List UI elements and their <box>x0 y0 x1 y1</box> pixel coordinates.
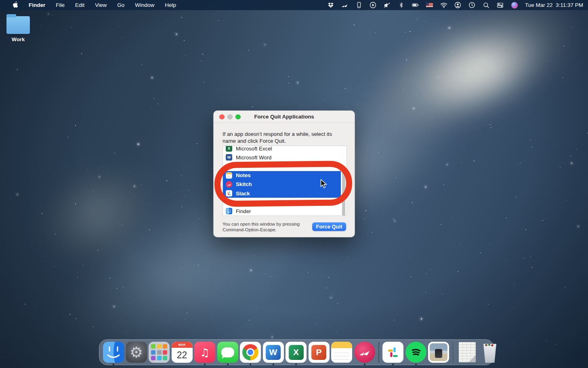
dock-item-calendar[interactable]: MAR 22 <box>172 342 193 363</box>
bluetooth-icon[interactable] <box>398 2 405 9</box>
galaxy-band-glow <box>336 0 588 168</box>
wifi-icon[interactable] <box>440 2 447 9</box>
spotify-logo-icon <box>409 345 423 359</box>
battery-icon[interactable] <box>412 2 419 9</box>
menu-window[interactable]: Window <box>130 2 160 8</box>
app-row-notes[interactable]: Notes <box>223 171 341 180</box>
desktop-folder-work[interactable]: Work <box>5 14 31 42</box>
dock-separator <box>378 342 379 363</box>
menu-file[interactable]: File <box>50 2 70 8</box>
calendar-day: 22 <box>172 348 193 363</box>
dropbox-icon[interactable] <box>327 2 334 9</box>
dock-item-music[interactable]: ♫ <box>194 342 215 363</box>
notes-lines <box>334 350 349 363</box>
dock-item-excel[interactable]: X <box>286 342 307 363</box>
obscured-app-icon <box>226 163 232 169</box>
mobile-device-icon[interactable] <box>355 2 363 9</box>
close-button[interactable] <box>219 114 225 120</box>
skitch-icon[interactable] <box>341 2 349 9</box>
chrome-logo-icon <box>242 344 258 360</box>
dock-item-document-file[interactable] <box>457 342 478 363</box>
excel-app-icon <box>226 146 232 152</box>
notes-app-icon <box>226 172 232 179</box>
menu-view[interactable]: View <box>90 2 112 8</box>
app-menu-finder[interactable]: Finder <box>23 2 50 8</box>
gear-icon: ⚙ <box>130 345 143 360</box>
menu-help[interactable]: Help <box>160 2 181 8</box>
dock-item-slack[interactable] <box>382 342 403 363</box>
force-quit-button[interactable]: Force Quit <box>312 222 346 231</box>
folder-icon <box>6 16 30 34</box>
slack-logo-icon <box>386 346 399 359</box>
dock-item-trash[interactable] <box>479 342 500 363</box>
speech-bubble-icon <box>221 347 234 357</box>
dock-item-finder[interactable] <box>103 342 124 363</box>
app-list: Microsoft Excel Microsoft Word Notes <box>223 146 347 216</box>
dock-item-notes[interactable] <box>331 342 352 363</box>
music-note-icon: ♫ <box>200 346 210 359</box>
notes-header <box>331 342 352 348</box>
play-status-icon[interactable] <box>370 2 377 9</box>
dock: ⚙ MAR 22 ♫ W X P <box>99 339 494 365</box>
dock-item-launchpad[interactable] <box>149 342 170 363</box>
scrollbar-track[interactable] <box>341 146 346 215</box>
dialog-title: Force Quit Applications <box>254 114 314 120</box>
dock-item-spotify[interactable] <box>405 342 426 363</box>
slack-app-icon <box>226 190 232 197</box>
dialog-instruction: If an app doesn’t respond for a while, s… <box>223 131 344 144</box>
dock-item-skitch[interactable] <box>354 342 375 363</box>
apple-menu-icon[interactable] <box>7 1 23 9</box>
word-logo-icon: W <box>266 345 281 360</box>
app-row-slack[interactable]: Slack <box>223 189 341 198</box>
dock-item-powerpoint[interactable]: P <box>309 342 330 363</box>
menu-bar: Finder File Edit View Go Window Help <box>0 0 588 10</box>
dialog-title-bar[interactable]: Force Quit Applications <box>214 111 355 123</box>
dock-item-messages[interactable] <box>217 342 238 363</box>
menu-bar-clock[interactable]: Tue Mar 22 3:11:37 PM <box>525 2 583 8</box>
app-row-finder[interactable]: Finder <box>223 207 341 216</box>
siri-icon[interactable] <box>511 2 518 9</box>
app-row-skitch[interactable]: Skitch <box>223 180 341 189</box>
menu-edit[interactable]: Edit <box>70 2 90 8</box>
excel-logo-icon: X <box>289 345 304 360</box>
folder-label: Work <box>5 36 31 42</box>
spotlight-search-icon[interactable] <box>483 2 490 9</box>
powerpoint-logo-icon: P <box>311 345 326 360</box>
scrollbar-thumb[interactable] <box>342 168 345 216</box>
star-glow <box>23 148 171 280</box>
dialog-hint-text: You can open this window by pressing Com… <box>223 222 319 233</box>
word-app-icon <box>226 154 232 161</box>
finder-app-icon <box>226 208 232 214</box>
force-quit-dialog: Force Quit Applications If an app doesn’… <box>213 110 355 237</box>
app-row-microsoft-excel[interactable]: Microsoft Excel <box>223 146 341 153</box>
app-row-obscured[interactable] <box>223 198 341 207</box>
menu-go[interactable]: Go <box>112 2 130 8</box>
dock-item-chrome[interactable] <box>240 342 261 363</box>
dock-item-photo-preview[interactable] <box>428 342 449 363</box>
app-row-obscured[interactable] <box>223 162 341 171</box>
trash-icon <box>482 343 498 363</box>
calendar-month: MAR <box>172 342 193 348</box>
dock-item-word[interactable]: W <box>263 342 284 363</box>
input-source-us-flag-icon[interactable] <box>426 2 433 9</box>
volume-muted-icon[interactable] <box>384 2 391 9</box>
galaxy-core-glow <box>404 11 557 131</box>
skitch-app-icon <box>226 181 232 188</box>
app-row-microsoft-word[interactable]: Microsoft Word <box>223 153 341 162</box>
zoom-button[interactable] <box>235 114 241 120</box>
dock-separator <box>453 342 454 363</box>
time-machine-icon[interactable] <box>468 2 476 9</box>
photo-thumbnail <box>430 343 447 361</box>
desktop: Finder File Edit View Go Window Help <box>0 0 588 368</box>
dock-item-system-settings[interactable]: ⚙ <box>126 342 147 363</box>
minimize-button[interactable] <box>227 114 233 120</box>
control-center-icon[interactable] <box>497 2 504 9</box>
skitch-wing-icon <box>359 347 371 357</box>
document-icon <box>459 342 476 362</box>
user-account-icon[interactable] <box>454 2 462 9</box>
